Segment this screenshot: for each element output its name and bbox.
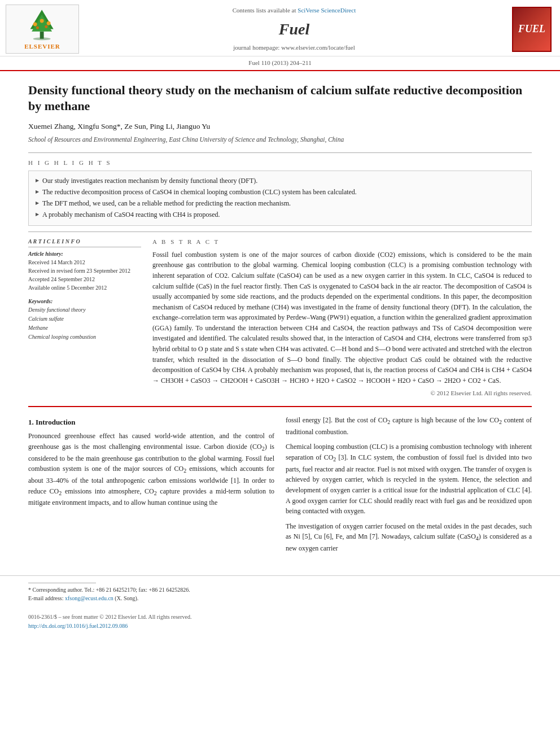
fuel-logo-container: FUEL [509, 5, 554, 54]
journal-homepage: journal homepage: www.elsevier.com/locat… [233, 43, 355, 52]
abstract-text: Fossil fuel combustion system is one of … [152, 250, 532, 386]
svg-point-5 [47, 21, 51, 25]
citation-line: Fuel 110 (2013) 204–211 [0, 56, 560, 69]
highlights-label: H I G H L I G H T S [28, 159, 532, 167]
keyword-1: Density functional theory [28, 305, 141, 314]
footnote-email-label: E-mail address: [28, 595, 63, 601]
keyword-3: Methane [28, 324, 141, 333]
article-info-label: A R T I C L E I N F O [28, 238, 141, 247]
elsevier-logo: ELSEVIER [6, 5, 79, 54]
section1-heading: 1. Introduction [28, 417, 274, 427]
article-info-abstract: A R T I C L E I N F O Article history: R… [28, 238, 532, 398]
keyword-4: Chemical looping combustion [28, 333, 141, 342]
main-content: Density functional theory study on the m… [0, 71, 560, 570]
doi-line: http://dx.doi.org/10.1016/j.fuel.2012.09… [28, 622, 532, 631]
received-date: Received 14 March 2012 [28, 258, 141, 267]
section1-para-right-1: fossil energy [2]. But the cost of CO2 c… [286, 415, 532, 437]
footnote-email: E-mail address: xfsong@ecust.edu.cn (X. … [28, 594, 532, 602]
history-label: Article history: [28, 250, 141, 258]
abstract-label: A B S T R A C T [152, 238, 532, 246]
article-title: Density functional theory study on the m… [28, 82, 532, 115]
body-columns: 1. Introduction Pronounced greenhouse ef… [28, 415, 532, 558]
sciverse-link[interactable]: SciVerse ScienceDirect [298, 7, 356, 14]
keywords-section: Keywords: Density functional theory Calc… [28, 298, 141, 342]
footnote-star: * Corresponding author. Tel.: +86 21 642… [28, 586, 532, 594]
body-col-right: fossil energy [2]. But the cost of CO2 c… [286, 415, 532, 558]
svg-point-4 [33, 23, 37, 27]
fuel-logo: FUEL [512, 7, 552, 52]
svg-point-1 [33, 37, 51, 40]
elsevier-wordmark: ELSEVIER [24, 42, 60, 51]
highlights-box: Our study investigates reaction mechanis… [28, 171, 532, 226]
article-info-column: A R T I C L E I N F O Article history: R… [28, 238, 141, 398]
highlight-4: A probably mechanism of CaSO4 reacting w… [36, 209, 524, 220]
revised-date: Received in revised form 23 September 20… [28, 267, 141, 275]
page: ELSEVIER Contents lists available at Sci… [0, 0, 560, 635]
sciverse-line: Contents lists available at SciVerse Sci… [233, 6, 356, 15]
keyword-2: Calcium sulfate [28, 314, 141, 324]
journal-title: Fuel [279, 18, 309, 40]
doi-link[interactable]: http://dx.doi.org/10.1016/j.fuel.2012.09… [28, 623, 128, 629]
footer: * Corresponding author. Tel.: +86 21 642… [0, 575, 560, 635]
abstract-column: A B S T R A C T Fossil fuel combustion s… [152, 238, 532, 398]
section1-para-right-3: The investigation of oxygen carrier focu… [286, 521, 532, 554]
authors: Xuemei Zhang, Xingfu Song*, Ze Sun, Ping… [28, 121, 532, 132]
svg-point-8 [45, 25, 47, 28]
footnote-email-link[interactable]: xfsong@ecust.edu.cn [65, 595, 113, 601]
issn-line: 0016-2361/$ – see front matter © 2012 El… [28, 613, 532, 622]
svg-point-6 [40, 19, 44, 23]
highlight-1: Our study investigates reaction mechanis… [36, 176, 524, 186]
journal-header: ELSEVIER Contents lists available at Sci… [0, 0, 560, 71]
affiliation: School of Resources and Environmental En… [28, 135, 532, 144]
body-rule [28, 406, 532, 407]
copyright: © 2012 Elsevier Ltd. All rights reserved… [152, 389, 532, 397]
highlight-3: The DFT method, we used, can be a reliab… [36, 198, 524, 208]
available-date: Available online 5 December 2012 [28, 283, 141, 292]
rule-highlights [28, 152, 532, 153]
footnote-name: (X. Song). [115, 595, 138, 601]
accepted-date: Accepted 24 September 2012 [28, 275, 141, 283]
section1-para-right-2: Chemical looping combustion (CLC) is a p… [286, 442, 532, 516]
footnote-divider [28, 583, 96, 583]
journal-center-info: Contents lists available at SciVerse Sci… [79, 5, 509, 54]
body-col-left: 1. Introduction Pronounced greenhouse ef… [28, 415, 274, 558]
rule-abstract [28, 231, 532, 232]
keywords-label: Keywords: [28, 298, 141, 305]
section1-para-left: Pronounced greenhouse effect has caused … [28, 431, 274, 508]
svg-point-7 [36, 26, 39, 29]
article-info: A R T I C L E I N F O Article history: R… [28, 238, 141, 292]
highlight-2: The reductive decomposition process of C… [36, 187, 524, 197]
